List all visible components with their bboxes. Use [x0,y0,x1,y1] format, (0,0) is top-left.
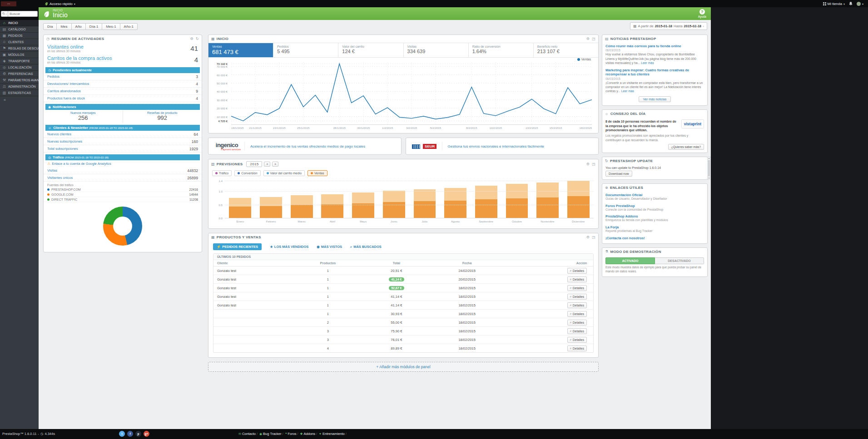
read-more-link[interactable]: Leer más [641,61,654,64]
footer-link[interactable]: ✉ Contacto / [238,432,258,436]
gear-icon[interactable]: ⚙ [586,235,590,239]
details-button[interactable]: ⌕ Detalles [567,345,587,351]
social-icon[interactable]: p [135,431,141,437]
sidebar-item[interactable]: ▥ ESTADÍSTICAS [0,90,39,96]
pending-row[interactable]: Pedidos 3 [44,73,202,80]
traffic-row[interactable]: Visitas 44832 [44,167,202,174]
products-tab[interactable]: ★ LOS MÁS VENDIDOS [270,245,308,249]
download-now-button[interactable]: Download now [605,171,632,177]
quick-access-menu[interactable]: Acceso rápido ▾ [45,2,75,6]
year-next-button[interactable]: » [272,162,278,167]
expand-icon[interactable]: ◳ [592,162,595,166]
news-headline-link[interactable]: Cómo reunir más correos para tu tienda o… [605,44,704,48]
sidebar-item[interactable]: ☺ CLIENTES [0,39,39,45]
social-icon[interactable]: f [127,431,133,437]
sidebar-item[interactable]: ⌂ INICIO [0,20,39,26]
sidebar-item[interactable]: ▦ PEDIDOS [0,33,39,39]
expand-icon[interactable]: ◳ [592,37,595,41]
gear-icon[interactable]: ⚙ [586,37,590,41]
demo-off-button[interactable]: DESACTIVADO [655,257,704,264]
kpi-tile[interactable]: Ratio de conversión 1.64% [469,43,534,57]
social-icon[interactable]: t [119,431,125,437]
footer-link[interactable]: ✚ Addons / [300,432,317,436]
refresh-icon[interactable]: ↻ [196,37,199,41]
read-more-link[interactable]: Leer más [621,89,634,93]
details-button[interactable]: ⌕ Detalles [567,328,587,334]
seur-banner-text[interactable]: Gestiona tus envíos nacionales e interna… [448,144,545,148]
sidebar-item[interactable]: ⚒ PARÁMETROS AVANZADOS [0,77,39,84]
bell-icon[interactable] [849,2,853,5]
scroll-down-icon[interactable]: ▼ [708,177,710,179]
gear-icon[interactable]: ⚙ [190,37,193,41]
useful-link[interactable]: PrestaShop Addons [605,214,704,218]
employee-menu[interactable]: ▾ [857,2,863,6]
scroll-up-icon[interactable]: ▲ [708,157,710,159]
pending-row[interactable]: Productos fuera de stock 4 [44,95,202,102]
tip-more-button[interactable]: ¿Quieres saber más? [668,144,704,150]
sidebar-item[interactable]: ◈ TRANSPORTE [0,58,39,64]
products-tab[interactable]: ⌕ MÁS BUSCADOS [350,245,382,249]
kpi-tile[interactable]: Ventas 681 473 € [208,43,273,57]
details-button[interactable]: ⌕ Detalles [567,302,587,308]
range-button[interactable]: Día [43,23,57,30]
details-button[interactable]: ⌕ Detalles [567,294,587,300]
footer-link[interactable]: ❝ Foros / [285,432,298,436]
customers-row[interactable]: Total subscripciones 1929 [44,145,202,153]
search-scope-dropdown[interactable]: ▾ [1,11,8,17]
traffic-row[interactable]: Visitantes únicos 26899 [44,174,202,182]
sidebar-item[interactable]: ⚙ PREFERENCIAS [0,71,39,77]
sidebar-item[interactable]: ⚖ ADMINISTRACIÓN [0,84,39,90]
range-button[interactable]: Día-1 [85,23,103,30]
ingenico-banner-text[interactable]: Acelera el incremento de tus ventas ofre… [250,144,365,148]
sidebar-item[interactable]: ◎ LOCALIZACIÓN [0,64,39,71]
year-prev-button[interactable]: « [264,162,270,167]
seur-banner[interactable]: SEUR Gestiona tus envíos nacionales e in… [406,138,599,155]
sidebar-item[interactable]: ▣ MÓDULOS [0,52,39,58]
details-button[interactable]: ⌕ Detalles [567,320,587,326]
useful-link[interactable]: La Forja [605,225,704,229]
details-button[interactable]: ⌕ Detalles [567,268,587,274]
help-button[interactable]: ? Ayuda [698,9,706,18]
metric-toggle-button[interactable]: Tráfico [212,170,232,176]
gear-icon[interactable]: ⚙ [586,162,590,166]
range-button[interactable]: Mes [56,23,71,30]
sidebar-item[interactable]: ⚑ REGLAS DE DESCUENTOS [0,45,39,52]
notification-cell[interactable]: Reseñas de producto 992 [123,110,202,123]
products-tab[interactable]: ◉ MÁS VISTOS [317,245,342,249]
active-carts-link[interactable]: Carritos de la compra activos [47,55,112,61]
pending-row[interactable]: Carritos abandonados 9 [44,88,202,95]
add-dashboard-module-button[interactable]: + Añadir más módulos de panel [208,362,599,372]
online-visitors-link[interactable]: Visitantes online [47,44,84,49]
more-news-button[interactable]: Ver más noticias [639,96,671,102]
news-headline-link[interactable]: Marketing para inspirar: Cuatro formas c… [605,68,704,77]
notification-cell[interactable]: Nuevos mensajes 256 [44,110,123,123]
expand-icon[interactable]: ◳ [592,235,595,239]
range-button[interactable]: Año-1 [120,23,138,30]
date-range-picker[interactable]: ▦ A partir de 2015-01-18 Hasta 2015-02-1… [630,22,707,30]
products-tab[interactable]: ⚡ PEDIDOS RECIENTES [213,243,262,250]
social-icon[interactable]: g+ [144,431,149,437]
useful-link[interactable]: Documentación Oficial [605,193,704,197]
kpi-tile[interactable]: Valor del carrito 124 € [338,43,403,57]
search-input[interactable] [8,11,38,17]
sidebar-item[interactable]: ▤ CATÁLOGO [0,26,39,33]
pending-row[interactable]: Devoluciones/ Intercambios 4 [44,80,202,88]
analytics-link-row[interactable]: ⚠ Enlace a tu cuenta de Google Analytics [44,160,202,167]
details-button[interactable]: ⌕ Detalles [567,337,587,343]
kpi-tile[interactable]: Beneficio neto 213 107 € [534,43,598,57]
shop-menu[interactable]: Mi tienda ▾ [823,2,845,6]
kpi-tile[interactable]: Pedidos 5 495 [273,43,338,57]
range-button[interactable]: Año [71,23,86,30]
year-selector[interactable]: 2015 [246,161,262,167]
metric-toggle-button[interactable]: Valor del carrito medio [263,170,305,176]
footer-link[interactable]: ✦ Entrenamiento / [319,432,347,436]
scrollbar-thumb[interactable] [708,160,710,177]
scrollbar[interactable]: ▲ ▼ [707,157,711,180]
kpi-tile[interactable]: Visitas 334 639 [404,43,469,57]
details-button[interactable]: ⌕ Detalles [567,311,587,317]
useful-link[interactable]: ¡Contacta con nosotros! [605,236,704,240]
metric-toggle-button[interactable]: Conversión [234,170,260,176]
customers-row[interactable]: Nuevos clientes 64 [44,131,202,138]
details-button[interactable]: ⌕ Detalles [567,276,587,282]
customers-row[interactable]: Nuevas subscripciones 160 [44,138,202,145]
